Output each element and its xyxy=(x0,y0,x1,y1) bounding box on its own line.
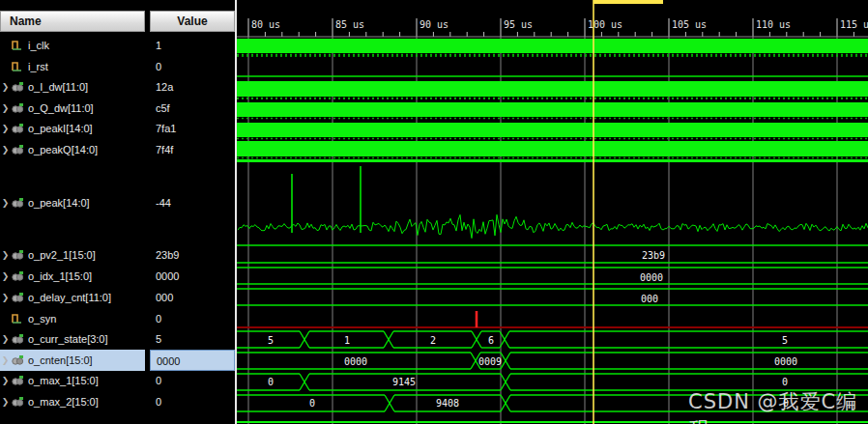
bus-signal-icon xyxy=(11,333,24,345)
bus-value-label: 5 xyxy=(782,335,788,346)
time-cursor-flag[interactable] xyxy=(593,0,663,4)
signal-value-i_rst[interactable]: 0 xyxy=(150,56,235,77)
ruler-label: 110 us xyxy=(756,19,791,30)
signal-value-o_cnten[interactable]: 0000 xyxy=(150,350,235,371)
signal-name-label: o_peakQ[14:0] xyxy=(28,144,98,155)
panel-splitter[interactable] xyxy=(235,0,237,424)
signal-name-label: i_rst xyxy=(28,61,48,72)
expand-arrow-icon[interactable]: ❯ xyxy=(0,145,11,155)
signal-row-o_curr_state[interactable]: ❯o_curr_state[3:0] xyxy=(0,328,145,350)
ruler-label: 105 us xyxy=(672,19,707,30)
bus-value-label: 000 xyxy=(641,294,658,304)
signal-row-o_pv2_1[interactable]: ❯o_pv2_1[15:0] xyxy=(0,244,145,266)
expand-arrow-icon[interactable]: ❯ xyxy=(0,376,11,385)
signal-row-o_max_1[interactable]: ❯o_max_1[15:0] xyxy=(0,370,145,391)
signal-row-o_max_2[interactable]: ❯o_max_2[15:0] xyxy=(0,391,145,412)
bus-signal-icon xyxy=(11,197,24,209)
signal-value-o_peakQ[interactable]: 7f4f xyxy=(150,139,235,160)
scalar-signal-icon xyxy=(11,61,24,72)
bus-value-label: 0000 xyxy=(774,356,797,367)
waveform-viewer-window: 80 us85 us90 us95 us100 us105 us110 us11… xyxy=(0,0,868,424)
expand-arrow-icon[interactable]: ❯ xyxy=(0,103,11,113)
signal-name-label: o_cnten[15:0] xyxy=(28,354,93,366)
signal-row-o_cnten[interactable]: ❯o_cnten[15:0] xyxy=(0,350,145,371)
bus-value-label: 0 xyxy=(309,398,315,409)
signal-value-o_Q_dw[interactable]: c5f xyxy=(150,98,235,119)
signal-name-label: o_syn xyxy=(28,313,56,325)
wave-dense-i_clk xyxy=(237,39,868,53)
bus-value-label: 6 xyxy=(488,335,494,346)
bus-signal-icon xyxy=(11,81,24,93)
bus-signal-icon xyxy=(11,375,24,386)
signal-values-panel: Value 1012ac5f7fa17f4f-4423b900000000500… xyxy=(150,0,235,424)
signal-name-label: o_peak[14:0] xyxy=(28,197,90,209)
expand-arrow-icon[interactable]: ❯ xyxy=(0,250,11,260)
signal-value-o_delay_cnt[interactable]: 000 xyxy=(150,287,235,308)
ruler-label: 80 us xyxy=(251,19,280,30)
bus-value-label: 5 xyxy=(268,335,274,346)
expand-arrow-icon[interactable]: ❯ xyxy=(0,334,11,344)
signal-name-label: o_delay_cnt[11:0] xyxy=(28,292,111,303)
expand-arrow-icon[interactable]: ❯ xyxy=(0,397,11,407)
signal-value-o_peak[interactable]: -44 xyxy=(150,192,235,213)
bus-signal-icon xyxy=(11,354,24,366)
signal-value-o_syn[interactable]: 0 xyxy=(150,308,235,329)
signal-value-o_pv2_1[interactable]: 23b9 xyxy=(150,244,235,266)
signal-row-i_rst[interactable]: i_rst xyxy=(0,56,145,77)
bus-signal-icon xyxy=(11,123,24,134)
bus-signal-icon xyxy=(11,292,24,303)
signal-name-label: i_clk xyxy=(28,40,49,51)
signal-value-o_I_dw[interactable]: 12a xyxy=(150,76,235,98)
signal-value-o_max_1[interactable]: 0 xyxy=(150,370,235,391)
signal-row-o_delay_cnt[interactable]: ❯o_delay_cnt[11:0] xyxy=(0,287,145,308)
signal-row-o_peak[interactable]: ❯o_peak[14:0] xyxy=(0,192,145,213)
signal-name-label: o_max_1[15:0] xyxy=(28,375,99,386)
expand-arrow-icon[interactable]: ❯ xyxy=(0,293,11,302)
signal-row-o_syn[interactable]: o_syn xyxy=(0,308,145,329)
signal-row-o_I_dw[interactable]: ❯o_I_dw[11:0] xyxy=(0,76,145,98)
expand-arrow-icon[interactable]: ❯ xyxy=(0,355,11,365)
bus-value-label: 0 xyxy=(783,398,789,409)
bus-value-label: 23b9 xyxy=(642,250,665,261)
signal-value-o_idx_1[interactable]: 0000 xyxy=(150,266,235,287)
bus-value-label: 1 xyxy=(344,335,350,346)
scalar-signal-icon xyxy=(11,313,24,325)
wave-dense-o_I_dw xyxy=(237,81,868,97)
wave-dense-o_peakI xyxy=(237,123,868,137)
bus-value-label: 0 xyxy=(268,377,274,387)
wave-dense-o_peakQ xyxy=(237,141,868,156)
signal-row-o_Q_dw[interactable]: ❯o_Q_dw[11:0] xyxy=(0,98,145,119)
expand-arrow-icon[interactable]: ❯ xyxy=(0,271,11,281)
signal-name-label: o_peakI[14:0] xyxy=(28,123,93,134)
wave-bar-partial_row xyxy=(237,421,868,423)
bus-signal-icon xyxy=(11,144,24,155)
signal-value-i_clk[interactable]: 1 xyxy=(150,35,235,56)
bus-value-label: 2 xyxy=(430,335,436,346)
expand-arrow-icon[interactable]: ❯ xyxy=(0,82,11,92)
bus-value-label: 0009 xyxy=(478,356,502,367)
signal-name-label: o_I_dw[11:0] xyxy=(28,81,88,93)
signal-row-o_idx_1[interactable]: ❯o_idx_1[15:0] xyxy=(0,266,145,287)
signal-value-o_max_2[interactable]: 0 xyxy=(150,391,235,412)
signal-row-o_peakQ[interactable]: ❯o_peakQ[14:0] xyxy=(0,139,145,160)
bus-signal-icon xyxy=(11,270,24,282)
bus-value-label: 0 xyxy=(782,377,788,387)
bus-signal-icon xyxy=(11,102,24,114)
name-column-header[interactable]: Name xyxy=(0,11,145,32)
signal-name-label: o_curr_state[3:0] xyxy=(28,333,108,345)
expand-arrow-icon[interactable]: ❯ xyxy=(0,124,11,133)
wave-dense-o_Q_dw xyxy=(237,102,868,117)
signal-value-o_curr_state[interactable]: 5 xyxy=(150,328,235,350)
value-column-header[interactable]: Value xyxy=(150,11,235,32)
signal-names-panel: Name i_clki_rst❯o_I_dw[11:0]❯o_Q_dw[11:0… xyxy=(0,0,145,424)
signal-row-i_clk[interactable]: i_clk xyxy=(0,35,145,56)
expand-arrow-icon[interactable]: ❯ xyxy=(0,198,11,208)
bus-value-label: 0000 xyxy=(344,356,367,367)
signal-row-o_peakI[interactable]: ❯o_peakI[14:0] xyxy=(0,118,145,139)
signal-name-label: o_max_2[15:0] xyxy=(28,396,99,408)
signal-value-o_peakI[interactable]: 7fa1 xyxy=(150,118,235,139)
bus-value-label: 9408 xyxy=(436,398,459,409)
wave-bar-o_peakQ_tail xyxy=(237,159,868,162)
ruler-label: 115 us xyxy=(840,19,868,30)
ruler-label: 85 us xyxy=(335,19,364,30)
